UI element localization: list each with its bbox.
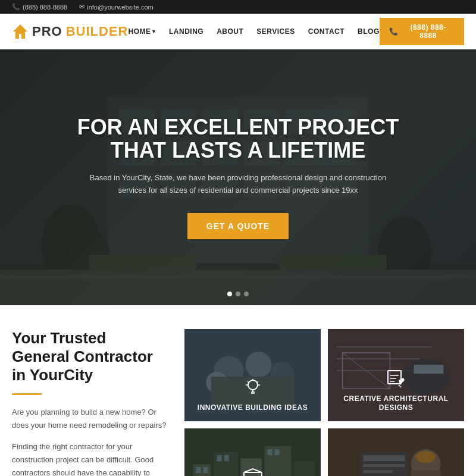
phone-icon: 📞 bbox=[389, 27, 399, 36]
svg-line-42 bbox=[248, 381, 249, 383]
dot-2[interactable] bbox=[236, 292, 240, 296]
service-card-architectural-designs[interactable]: CREATIVE ARCHITECTURAL DESIGNS bbox=[328, 329, 464, 421]
svg-rect-88 bbox=[328, 428, 464, 476]
card-1-content: INNOVATIVE BUILDING IDEAS bbox=[192, 377, 314, 421]
nav-about[interactable]: ABOUT bbox=[217, 27, 243, 36]
content-para-1: Are you planning to build a new home? Or… bbox=[12, 406, 167, 432]
content-para-2: Finding the right contractor for your co… bbox=[12, 440, 167, 476]
service-card-management[interactable]: PROFESSIONAL MANAGEMENT bbox=[328, 428, 464, 476]
nav-services[interactable]: SERVICES bbox=[256, 27, 295, 36]
dot-3[interactable] bbox=[244, 292, 249, 296]
card-3-content: EXPERT WORKMANSHIP & TOP MATERIALS bbox=[184, 468, 321, 476]
section-heading: Your Trusted General Contractor in YourC… bbox=[12, 329, 167, 385]
left-panel: Your Trusted General Contractor in YourC… bbox=[12, 329, 173, 476]
hero-title: FOR AN EXCELLENT PROJECT THAT LASTS A LI… bbox=[65, 115, 411, 162]
chevron-down-icon: ▾ bbox=[152, 29, 156, 35]
content-section: Your Trusted General Contractor in YourC… bbox=[0, 305, 476, 476]
card-4-bg-svg bbox=[328, 428, 464, 476]
hero-content: FOR AN EXCELLENT PROJECT THAT LASTS A LI… bbox=[30, 115, 446, 240]
nav-blog[interactable]: BLOG bbox=[358, 27, 380, 36]
pen-icon bbox=[386, 368, 407, 390]
service-card-building-ideas[interactable]: INNOVATIVE BUILDING IDEAS bbox=[184, 329, 321, 421]
services-grid: INNOVATIVE BUILDING IDEAS bbox=[184, 329, 464, 476]
hero-dots bbox=[227, 292, 249, 296]
bulb-icon bbox=[242, 377, 264, 399]
topbar-phone: 📞 (888) 888-8888 bbox=[12, 3, 67, 11]
logo-icon bbox=[12, 23, 29, 40]
card-2-title: CREATIVE ARCHITECTURAL DESIGNS bbox=[334, 394, 458, 413]
top-bar: 📞 (888) 888-8888 ✉ info@yourwebsite.com bbox=[0, 0, 476, 14]
nav-contact[interactable]: CONTACT bbox=[308, 27, 345, 36]
header: PROBUILDER HOME ▾ LANDING ABOUT SERVICES… bbox=[0, 14, 476, 49]
topbar-email: ✉ info@yourwebsite.com bbox=[79, 3, 153, 11]
email-icon: ✉ bbox=[79, 3, 84, 11]
svg-point-36 bbox=[248, 380, 258, 390]
header-phone-button[interactable]: 📞 (888) 888-8888 bbox=[380, 18, 464, 45]
nav-landing[interactable]: LANDING bbox=[169, 27, 203, 36]
svg-marker-78 bbox=[244, 469, 262, 472]
building-icon bbox=[242, 468, 264, 476]
logo: PROBUILDER bbox=[12, 23, 128, 40]
logo-pro-text: PRO bbox=[32, 24, 62, 39]
svg-marker-0 bbox=[13, 24, 27, 39]
main-nav: HOME ▾ LANDING ABOUT SERVICES CONTACT BL… bbox=[128, 27, 379, 36]
hero-subtitle: Based in YourCity, State, we have been p… bbox=[83, 172, 393, 197]
accent-divider bbox=[12, 393, 42, 395]
nav-home[interactable]: HOME ▾ bbox=[128, 27, 156, 36]
card-2-content: CREATIVE ARCHITECTURAL DESIGNS bbox=[328, 368, 464, 421]
phone-icon: 📞 bbox=[12, 3, 20, 11]
svg-line-41 bbox=[257, 381, 258, 383]
get-quote-button[interactable]: GET A QUOTE bbox=[187, 213, 289, 239]
svg-line-59 bbox=[399, 385, 401, 387]
service-card-workmanship[interactable]: EXPERT WORKMANSHIP & TOP MATERIALS bbox=[184, 428, 321, 476]
card-1-title: INNOVATIVE BUILDING IDEAS bbox=[198, 403, 308, 413]
hero-section: FOR AN EXCELLENT PROJECT THAT LASTS A LI… bbox=[0, 49, 476, 305]
dot-1[interactable] bbox=[227, 292, 232, 296]
logo-builder-text: BUILDER bbox=[66, 24, 129, 39]
card-bg-4 bbox=[328, 428, 464, 476]
